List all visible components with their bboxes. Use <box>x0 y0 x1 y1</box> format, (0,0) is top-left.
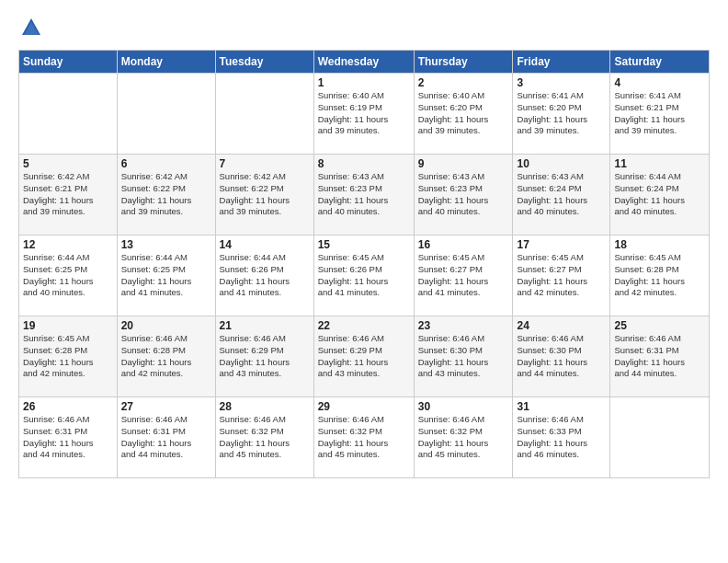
calendar-week-row: 1Sunrise: 6:40 AM Sunset: 6:19 PM Daylig… <box>19 74 710 155</box>
day-info: Sunrise: 6:45 AM Sunset: 6:26 PM Dayligh… <box>318 252 410 299</box>
weekday-header-monday: Monday <box>117 51 215 74</box>
calendar: SundayMondayTuesdayWednesdayThursdayFrid… <box>18 50 710 478</box>
day-number: 11 <box>614 157 705 170</box>
day-number: 14 <box>220 238 310 251</box>
calendar-cell: 18Sunrise: 6:45 AM Sunset: 6:28 PM Dayli… <box>610 236 710 316</box>
day-info: Sunrise: 6:41 AM Sunset: 6:20 PM Dayligh… <box>517 90 606 137</box>
calendar-cell: 23Sunrise: 6:46 AM Sunset: 6:30 PM Dayli… <box>414 316 513 397</box>
day-number: 17 <box>517 238 606 251</box>
day-info: Sunrise: 6:46 AM Sunset: 6:29 PM Dayligh… <box>318 333 410 380</box>
day-info: Sunrise: 6:43 AM Sunset: 6:23 PM Dayligh… <box>418 171 509 218</box>
calendar-cell: 10Sunrise: 6:43 AM Sunset: 6:24 PM Dayli… <box>513 155 610 236</box>
day-info: Sunrise: 6:46 AM Sunset: 6:30 PM Dayligh… <box>418 333 509 380</box>
calendar-cell: 16Sunrise: 6:45 AM Sunset: 6:27 PM Dayli… <box>414 236 513 316</box>
calendar-cell: 24Sunrise: 6:46 AM Sunset: 6:30 PM Dayli… <box>513 316 610 397</box>
day-info: Sunrise: 6:42 AM Sunset: 6:21 PM Dayligh… <box>23 171 113 218</box>
calendar-cell: 21Sunrise: 6:46 AM Sunset: 6:29 PM Dayli… <box>215 316 313 397</box>
day-info: Sunrise: 6:46 AM Sunset: 6:28 PM Dayligh… <box>121 333 211 380</box>
day-info: Sunrise: 6:46 AM Sunset: 6:31 PM Dayligh… <box>614 333 705 380</box>
calendar-week-row: 19Sunrise: 6:45 AM Sunset: 6:28 PM Dayli… <box>19 316 710 397</box>
day-info: Sunrise: 6:41 AM Sunset: 6:21 PM Dayligh… <box>614 90 705 137</box>
logo-icon <box>18 15 44 40</box>
day-number: 4 <box>614 76 705 89</box>
day-info: Sunrise: 6:40 AM Sunset: 6:19 PM Dayligh… <box>318 90 410 137</box>
weekday-header-wednesday: Wednesday <box>313 51 414 74</box>
calendar-cell: 12Sunrise: 6:44 AM Sunset: 6:25 PM Dayli… <box>19 236 118 316</box>
calendar-cell: 27Sunrise: 6:46 AM Sunset: 6:31 PM Dayli… <box>117 397 215 478</box>
day-info: Sunrise: 6:46 AM Sunset: 6:33 PM Dayligh… <box>517 414 606 461</box>
day-number: 18 <box>614 238 705 251</box>
weekday-header-sunday: Sunday <box>19 51 118 74</box>
calendar-cell: 1Sunrise: 6:40 AM Sunset: 6:19 PM Daylig… <box>313 74 414 155</box>
calendar-cell: 17Sunrise: 6:45 AM Sunset: 6:27 PM Dayli… <box>513 236 610 316</box>
day-info: Sunrise: 6:43 AM Sunset: 6:23 PM Dayligh… <box>318 171 410 218</box>
calendar-cell <box>117 74 215 155</box>
calendar-cell: 13Sunrise: 6:44 AM Sunset: 6:25 PM Dayli… <box>117 236 215 316</box>
day-info: Sunrise: 6:46 AM Sunset: 6:32 PM Dayligh… <box>220 414 310 461</box>
calendar-cell: 26Sunrise: 6:46 AM Sunset: 6:31 PM Dayli… <box>19 397 118 478</box>
calendar-cell: 11Sunrise: 6:44 AM Sunset: 6:24 PM Dayli… <box>610 155 710 236</box>
day-info: Sunrise: 6:46 AM Sunset: 6:31 PM Dayligh… <box>121 414 211 461</box>
day-number: 21 <box>220 319 310 332</box>
day-number: 3 <box>517 76 606 89</box>
calendar-week-row: 5Sunrise: 6:42 AM Sunset: 6:21 PM Daylig… <box>19 155 710 236</box>
calendar-cell: 28Sunrise: 6:46 AM Sunset: 6:32 PM Dayli… <box>215 397 313 478</box>
day-info: Sunrise: 6:44 AM Sunset: 6:25 PM Dayligh… <box>121 252 211 299</box>
page: SundayMondayTuesdayWednesdayThursdayFrid… <box>0 0 728 563</box>
day-info: Sunrise: 6:45 AM Sunset: 6:27 PM Dayligh… <box>517 252 606 299</box>
day-info: Sunrise: 6:46 AM Sunset: 6:31 PM Dayligh… <box>23 414 113 461</box>
day-info: Sunrise: 6:45 AM Sunset: 6:27 PM Dayligh… <box>418 252 509 299</box>
logo <box>18 15 48 40</box>
day-info: Sunrise: 6:46 AM Sunset: 6:32 PM Dayligh… <box>418 414 509 461</box>
calendar-cell: 4Sunrise: 6:41 AM Sunset: 6:21 PM Daylig… <box>610 74 710 155</box>
calendar-cell: 7Sunrise: 6:42 AM Sunset: 6:22 PM Daylig… <box>215 155 313 236</box>
day-number: 29 <box>318 400 410 413</box>
calendar-cell: 9Sunrise: 6:43 AM Sunset: 6:23 PM Daylig… <box>414 155 513 236</box>
calendar-cell: 5Sunrise: 6:42 AM Sunset: 6:21 PM Daylig… <box>19 155 118 236</box>
day-number: 10 <box>517 157 606 170</box>
header <box>18 15 710 40</box>
calendar-cell: 15Sunrise: 6:45 AM Sunset: 6:26 PM Dayli… <box>313 236 414 316</box>
day-number: 2 <box>418 76 509 89</box>
calendar-cell: 20Sunrise: 6:46 AM Sunset: 6:28 PM Dayli… <box>117 316 215 397</box>
day-number: 5 <box>23 157 113 170</box>
day-number: 8 <box>318 157 410 170</box>
day-number: 7 <box>220 157 310 170</box>
day-info: Sunrise: 6:46 AM Sunset: 6:29 PM Dayligh… <box>220 333 310 380</box>
day-info: Sunrise: 6:43 AM Sunset: 6:24 PM Dayligh… <box>517 171 606 218</box>
weekday-header-row: SundayMondayTuesdayWednesdayThursdayFrid… <box>19 51 710 74</box>
day-number: 16 <box>418 238 509 251</box>
day-info: Sunrise: 6:45 AM Sunset: 6:28 PM Dayligh… <box>614 252 705 299</box>
day-number: 25 <box>614 319 705 332</box>
day-info: Sunrise: 6:40 AM Sunset: 6:20 PM Dayligh… <box>418 90 509 137</box>
day-info: Sunrise: 6:46 AM Sunset: 6:30 PM Dayligh… <box>517 333 606 380</box>
day-number: 15 <box>318 238 410 251</box>
calendar-cell: 6Sunrise: 6:42 AM Sunset: 6:22 PM Daylig… <box>117 155 215 236</box>
day-number: 27 <box>121 400 211 413</box>
day-number: 6 <box>121 157 211 170</box>
calendar-cell: 31Sunrise: 6:46 AM Sunset: 6:33 PM Dayli… <box>513 397 610 478</box>
day-number: 26 <box>23 400 113 413</box>
weekday-header-saturday: Saturday <box>610 51 710 74</box>
calendar-cell <box>215 74 313 155</box>
calendar-cell: 25Sunrise: 6:46 AM Sunset: 6:31 PM Dayli… <box>610 316 710 397</box>
day-number: 24 <box>517 319 606 332</box>
calendar-cell: 8Sunrise: 6:43 AM Sunset: 6:23 PM Daylig… <box>313 155 414 236</box>
day-number: 1 <box>318 76 410 89</box>
day-number: 28 <box>220 400 310 413</box>
weekday-header-tuesday: Tuesday <box>215 51 313 74</box>
calendar-cell: 19Sunrise: 6:45 AM Sunset: 6:28 PM Dayli… <box>19 316 118 397</box>
calendar-cell: 2Sunrise: 6:40 AM Sunset: 6:20 PM Daylig… <box>414 74 513 155</box>
day-info: Sunrise: 6:42 AM Sunset: 6:22 PM Dayligh… <box>121 171 211 218</box>
day-info: Sunrise: 6:44 AM Sunset: 6:24 PM Dayligh… <box>614 171 705 218</box>
day-number: 20 <box>121 319 211 332</box>
calendar-week-row: 26Sunrise: 6:46 AM Sunset: 6:31 PM Dayli… <box>19 397 710 478</box>
weekday-header-friday: Friday <box>513 51 610 74</box>
day-number: 23 <box>418 319 509 332</box>
calendar-cell: 14Sunrise: 6:44 AM Sunset: 6:26 PM Dayli… <box>215 236 313 316</box>
calendar-cell <box>19 74 118 155</box>
day-info: Sunrise: 6:45 AM Sunset: 6:28 PM Dayligh… <box>23 333 113 380</box>
day-info: Sunrise: 6:44 AM Sunset: 6:25 PM Dayligh… <box>23 252 113 299</box>
calendar-cell: 30Sunrise: 6:46 AM Sunset: 6:32 PM Dayli… <box>414 397 513 478</box>
weekday-header-thursday: Thursday <box>414 51 513 74</box>
